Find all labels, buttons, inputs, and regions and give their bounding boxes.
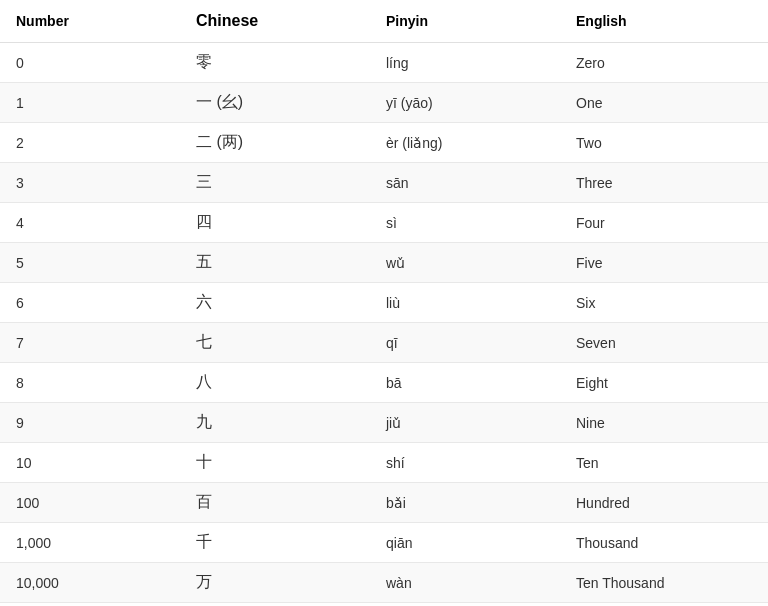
cell-number: 100 <box>0 483 180 523</box>
table-container: Number Chinese Pinyin English 0零língZero… <box>0 0 768 606</box>
cell-pinyin: yī (yāo) <box>370 83 560 123</box>
cell-number: 4 <box>0 203 180 243</box>
cell-pinyin: bǎi <box>370 483 560 523</box>
cell-pinyin: qiān <box>370 523 560 563</box>
cell-chinese: 六 <box>180 283 370 323</box>
cell-english: Five <box>560 243 768 283</box>
cell-pinyin: shí <box>370 443 560 483</box>
table-row: 10,000万wànTen Thousand <box>0 563 768 603</box>
cell-chinese: 一 (幺) <box>180 83 370 123</box>
cell-number: 7 <box>0 323 180 363</box>
cell-number: 10,000 <box>0 563 180 603</box>
cell-pinyin: jiǔ <box>370 403 560 443</box>
cell-english: Eight <box>560 363 768 403</box>
cell-number: 9 <box>0 403 180 443</box>
table-row: 100百bǎiHundred <box>0 483 768 523</box>
table-row: 0零língZero <box>0 43 768 83</box>
table-header-row: Number Chinese Pinyin English <box>0 0 768 43</box>
cell-chinese: 四 <box>180 203 370 243</box>
cell-number: 1 <box>0 83 180 123</box>
cell-pinyin: èr (liǎng) <box>370 123 560 163</box>
cell-number: 8 <box>0 363 180 403</box>
cell-english: Three <box>560 163 768 203</box>
cell-english: Two <box>560 123 768 163</box>
cell-chinese: 八 <box>180 363 370 403</box>
cell-chinese: 十 <box>180 443 370 483</box>
cell-pinyin: bā <box>370 363 560 403</box>
cell-pinyin: qī <box>370 323 560 363</box>
cell-number: 6 <box>0 283 180 323</box>
header-pinyin: Pinyin <box>370 0 560 43</box>
cell-number: 100,000 <box>0 603 180 607</box>
table-row: 10十shíTen <box>0 443 768 483</box>
cell-number: 5 <box>0 243 180 283</box>
table-row: 2二 (两)èr (liǎng)Two <box>0 123 768 163</box>
table-row: 3三sānThree <box>0 163 768 203</box>
table-row: 9九jiǔNine <box>0 403 768 443</box>
cell-chinese: 二 (两) <box>180 123 370 163</box>
cell-chinese: 九 <box>180 403 370 443</box>
cell-number: 1,000 <box>0 523 180 563</box>
cell-english: Hundred <box>560 483 768 523</box>
cell-pinyin: wǔ <box>370 243 560 283</box>
table-row: 4四sìFour <box>0 203 768 243</box>
cell-english: Four <box>560 203 768 243</box>
cell-english: Thousand <box>560 523 768 563</box>
cell-english: One <box>560 83 768 123</box>
table-row: 100,000十万shí wànHundred Thousand <box>0 603 768 607</box>
header-chinese: Chinese <box>180 0 370 43</box>
cell-english: Hundred Thousand <box>560 603 768 607</box>
header-english: English <box>560 0 768 43</box>
cell-chinese: 零 <box>180 43 370 83</box>
cell-english: Seven <box>560 323 768 363</box>
cell-pinyin: liù <box>370 283 560 323</box>
cell-chinese: 三 <box>180 163 370 203</box>
table-row: 1,000千qiānThousand <box>0 523 768 563</box>
cell-pinyin: wàn <box>370 563 560 603</box>
cell-chinese: 千 <box>180 523 370 563</box>
cell-chinese: 百 <box>180 483 370 523</box>
cell-english: Zero <box>560 43 768 83</box>
table-row: 5五wǔFive <box>0 243 768 283</box>
cell-english: Nine <box>560 403 768 443</box>
cell-chinese: 五 <box>180 243 370 283</box>
numbers-table: Number Chinese Pinyin English 0零língZero… <box>0 0 768 606</box>
cell-chinese: 七 <box>180 323 370 363</box>
cell-pinyin: sì <box>370 203 560 243</box>
table-row: 7七qīSeven <box>0 323 768 363</box>
cell-pinyin: sān <box>370 163 560 203</box>
cell-english: Ten <box>560 443 768 483</box>
cell-pinyin: shí wàn <box>370 603 560 607</box>
cell-number: 0 <box>0 43 180 83</box>
table-row: 8八bāEight <box>0 363 768 403</box>
cell-pinyin: líng <box>370 43 560 83</box>
cell-english: Ten Thousand <box>560 563 768 603</box>
table-row: 1一 (幺)yī (yāo)One <box>0 83 768 123</box>
cell-number: 10 <box>0 443 180 483</box>
cell-english: Six <box>560 283 768 323</box>
cell-chinese: 十万 <box>180 603 370 607</box>
cell-chinese: 万 <box>180 563 370 603</box>
table-row: 6六liùSix <box>0 283 768 323</box>
cell-number: 2 <box>0 123 180 163</box>
header-number: Number <box>0 0 180 43</box>
cell-number: 3 <box>0 163 180 203</box>
